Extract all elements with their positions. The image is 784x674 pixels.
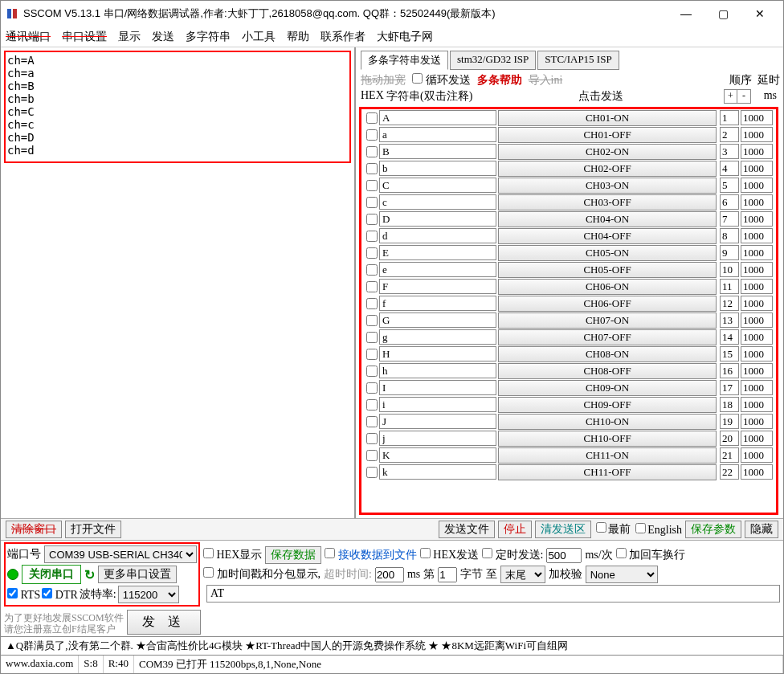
string-input[interactable] bbox=[379, 178, 496, 193]
minus-btn[interactable]: - bbox=[737, 90, 750, 103]
status-url[interactable]: www.daxia.com bbox=[1, 656, 79, 673]
string-input[interactable] bbox=[379, 296, 496, 311]
seq-input[interactable] bbox=[720, 194, 739, 210]
seq-input[interactable] bbox=[720, 447, 739, 463]
hex-checkbox[interactable] bbox=[366, 349, 378, 360]
send-row-button[interactable]: CH09-ON bbox=[498, 380, 717, 396]
string-input[interactable] bbox=[379, 312, 496, 328]
send-row-button[interactable]: CH04-OFF bbox=[498, 228, 717, 244]
menu-help[interactable]: 帮助 bbox=[287, 30, 309, 44]
string-input[interactable] bbox=[379, 279, 496, 294]
timed-send[interactable]: 定时发送: bbox=[482, 548, 543, 562]
seq-input[interactable] bbox=[720, 127, 739, 142]
topmost[interactable]: 最前 bbox=[594, 522, 631, 537]
hex-checkbox[interactable] bbox=[366, 180, 378, 191]
send-row-button[interactable]: CH05-OFF bbox=[498, 262, 717, 278]
delay-input[interactable] bbox=[741, 279, 773, 294]
send-row-button[interactable]: CH07-ON bbox=[498, 312, 717, 329]
send-row-button[interactable]: CH11-ON bbox=[498, 447, 717, 464]
timeout-input[interactable] bbox=[375, 567, 404, 582]
menu-port[interactable]: 通讯端口 bbox=[6, 30, 51, 44]
hex-checkbox[interactable] bbox=[366, 146, 378, 157]
seq-input[interactable] bbox=[720, 380, 739, 395]
port-select[interactable]: COM39 USB-SERIAL CH340 bbox=[44, 545, 197, 563]
string-input[interactable] bbox=[379, 194, 496, 210]
timestamp-check[interactable]: 加时间戳和分包显示, bbox=[203, 567, 321, 582]
seq-input[interactable] bbox=[720, 414, 739, 429]
loop-checkbox[interactable] bbox=[412, 73, 423, 84]
delay-input[interactable] bbox=[741, 329, 773, 345]
string-input[interactable] bbox=[379, 245, 496, 260]
string-input[interactable] bbox=[379, 414, 496, 429]
seq-input[interactable] bbox=[720, 431, 739, 446]
send-row-button[interactable]: CH10-ON bbox=[498, 414, 717, 430]
minimize-button[interactable]: — bbox=[668, 2, 704, 26]
hex-checkbox[interactable] bbox=[366, 231, 378, 242]
delay-input[interactable] bbox=[741, 312, 773, 328]
checksum-select[interactable]: None bbox=[586, 566, 658, 583]
send-textarea[interactable]: AT bbox=[206, 585, 780, 603]
hex-checkbox[interactable] bbox=[366, 332, 378, 343]
hex-checkbox[interactable] bbox=[366, 298, 378, 309]
opt-loop[interactable]: 循环发送 bbox=[412, 73, 471, 88]
end-select[interactable]: 末尾 bbox=[500, 566, 545, 583]
delay-input[interactable] bbox=[741, 363, 773, 378]
dtr-check[interactable]: DTR bbox=[42, 588, 78, 602]
maximize-button[interactable]: ▢ bbox=[704, 2, 741, 26]
hide-btn[interactable]: 隐藏 bbox=[745, 521, 778, 538]
menu-settings[interactable]: 串口设置 bbox=[62, 30, 107, 44]
hex-show[interactable]: HEX显示 bbox=[203, 548, 262, 562]
delay-input[interactable] bbox=[741, 110, 773, 125]
hex-checkbox[interactable] bbox=[366, 163, 378, 174]
seq-input[interactable] bbox=[720, 211, 739, 227]
send-row-button[interactable]: CH08-ON bbox=[498, 346, 717, 362]
english-toggle[interactable]: English bbox=[634, 523, 682, 537]
seq-input[interactable] bbox=[720, 346, 739, 362]
hex-checkbox[interactable] bbox=[366, 450, 378, 461]
hex-checkbox[interactable] bbox=[366, 112, 378, 124]
string-input[interactable] bbox=[379, 447, 496, 463]
hex-checkbox[interactable] bbox=[366, 247, 378, 259]
send-file[interactable]: 发送文件 bbox=[439, 521, 495, 538]
send-row-button[interactable]: CH06-ON bbox=[498, 279, 717, 295]
send-row-button[interactable]: CH03-OFF bbox=[498, 194, 717, 210]
delay-input[interactable] bbox=[741, 178, 773, 193]
seq-input[interactable] bbox=[720, 279, 739, 294]
delay-input[interactable] bbox=[741, 397, 773, 412]
delay-input[interactable] bbox=[741, 296, 773, 311]
send-row-button[interactable]: CH01-OFF bbox=[498, 127, 717, 143]
hex-checkbox[interactable] bbox=[366, 433, 378, 444]
interval-input[interactable] bbox=[546, 548, 582, 563]
send-row-button[interactable]: CH10-OFF bbox=[498, 431, 717, 447]
seq-input[interactable] bbox=[720, 464, 739, 480]
send-row-button[interactable]: CH01-ON bbox=[498, 110, 717, 126]
hex-checkbox[interactable] bbox=[366, 467, 378, 478]
send-row-button[interactable]: CH07-OFF bbox=[498, 329, 717, 345]
send-row-button[interactable]: CH11-OFF bbox=[498, 464, 717, 480]
clear-send[interactable]: 清发送区 bbox=[535, 521, 591, 538]
string-input[interactable] bbox=[379, 380, 496, 395]
seq-input[interactable] bbox=[720, 397, 739, 412]
delay-input[interactable] bbox=[741, 194, 773, 210]
seq-input[interactable] bbox=[720, 144, 739, 159]
string-input[interactable] bbox=[379, 110, 496, 125]
seq-input[interactable] bbox=[720, 363, 739, 378]
string-input[interactable] bbox=[379, 161, 496, 176]
hex-checkbox[interactable] bbox=[366, 214, 378, 225]
rts-check[interactable]: RTS bbox=[7, 588, 40, 602]
delay-input[interactable] bbox=[741, 127, 773, 142]
big-send-button[interactable]: 发 送 bbox=[127, 610, 201, 635]
delay-input[interactable] bbox=[741, 447, 773, 463]
baud-select[interactable]: 115200 bbox=[118, 586, 179, 603]
seq-input[interactable] bbox=[720, 178, 739, 193]
string-input[interactable] bbox=[379, 228, 496, 243]
send-row-button[interactable]: CH04-ON bbox=[498, 211, 717, 227]
send-row-button[interactable]: CH05-ON bbox=[498, 245, 717, 261]
string-input[interactable] bbox=[379, 144, 496, 159]
send-row-button[interactable]: CH08-OFF bbox=[498, 363, 717, 379]
string-input[interactable] bbox=[379, 329, 496, 345]
save-params[interactable]: 保存参数 bbox=[685, 521, 741, 538]
send-row-button[interactable]: CH09-OFF bbox=[498, 397, 717, 413]
string-input[interactable] bbox=[379, 262, 496, 277]
delay-input[interactable] bbox=[741, 431, 773, 446]
